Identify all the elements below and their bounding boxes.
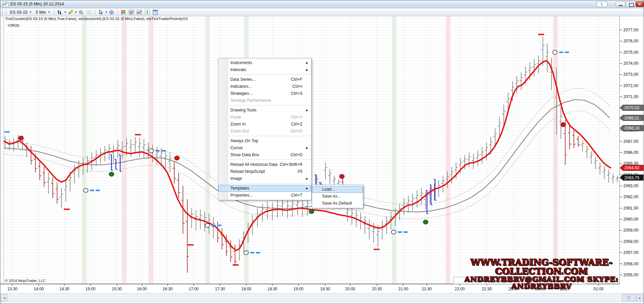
toolbar-grip[interactable] [2,10,4,15]
market-depth-icon[interactable] [120,9,127,16]
chevron-down-icon[interactable]: ▼ [74,11,77,14]
svg-text:$: $ [146,10,148,14]
menu-item-intervals[interactable]: Intervals▶ [218,66,311,73]
submenu-arrow-icon: ▶ [306,59,308,66]
menu-item-shortcut: Ctrl+F [291,76,302,83]
instrument-value: ES 03-15 [10,10,27,15]
menu-item-shortcut: Ctrl+Shift+R [280,161,302,168]
menu-item-shortcut: Ctrl+Z [291,121,302,128]
menu-separator [228,105,310,105]
menu-item-image[interactable]: Image▶ [218,175,311,182]
separator [54,9,54,15]
chevron-down-icon[interactable]: ▼ [64,11,67,14]
menu-item-cursor[interactable]: Cursor▶ [218,144,311,151]
menu-item-zoom-in[interactable]: Zoom InCtrl+Z [218,121,311,128]
submenu-item-load[interactable]: Load... [312,186,363,193]
svg-text:18:00: 18:00 [241,287,251,291]
svg-text:21:00: 21:00 [398,287,408,291]
svg-text:2058,00: 2058,00 [623,239,638,244]
close-button[interactable]: ✕ [636,1,644,7]
svg-text:2072,00: 2072,00 [623,83,638,88]
menu-item-data-series[interactable]: Data Series...Ctrl+F [218,76,311,83]
menu-item-label: Always On Top [230,138,258,143]
title-bar[interactable]: ES 03-15 (5 Min) 20.12.2014 L ✕ [0,0,644,8]
svg-text:2077,00: 2077,00 [623,28,638,32]
menu-item-label: Indicators... [230,84,252,89]
horizontal-scrollbar[interactable]: ◄► [0,293,644,302]
menu-item-shortcut: F5 [297,168,302,175]
scrollbar-thumb[interactable] [622,294,636,301]
menu-item-reload-all-historical-data[interactable]: Reload All Historical DataCtrl+Shift+R [218,161,311,168]
global-crosshair-icon[interactable] [108,9,115,16]
menu-item-label: Image [230,176,242,181]
menu-item-reload-ninjascript[interactable]: Reload NinjaScriptF5 [218,168,311,175]
separator [117,9,118,15]
svg-text:2059,00: 2059,00 [623,228,638,233]
separator [6,9,6,15]
minimize-button[interactable] [616,1,625,7]
templates-submenu: Load...Save As...Save As Default [312,185,363,208]
menu-item-shortcut: Ctrl+O [290,128,302,135]
interval-selector[interactable]: 5 Min ▼ [34,9,52,15]
chevron-down-icon[interactable]: ▼ [105,11,108,14]
menu-item-label: Show Data Box [230,153,259,157]
svg-text:2076,00: 2076,00 [623,39,638,43]
bar-type-icon[interactable] [56,9,64,16]
menu-item-label: Reload All Historical Data [230,162,277,167]
svg-text:2073,00: 2073,00 [623,72,638,77]
zoom-in-icon[interactable] [77,9,85,16]
menu-item-indicators[interactable]: Indicators...Ctrl+I [218,83,311,90]
submenu-arrow-icon: ▶ [306,66,308,73]
submenu-item-save-as-default[interactable]: Save As Default [312,200,363,207]
minimize-icon [619,5,623,6]
svg-text:2067,00: 2067,00 [623,139,638,144]
menu-item-label: Data Series... [230,77,256,82]
submenu-item-save-as[interactable]: Save As... [312,193,363,200]
toolbar: ES 03-15 ▼ 5 Min ▼ ▼ ▼ ▼ [0,8,644,16]
cursor-select-icon[interactable] [97,9,104,16]
menu-item-properties[interactable]: Properties...Ctrl+T [218,192,311,199]
svg-text:TickCounter(ES 03-15 (5 Min),T: TickCounter(ES 03-15 (5 Min),True,False)… [5,17,188,21]
menu-item-instruments[interactable]: Instruments▶ [218,59,311,66]
menu-item-label: Zoom In [230,122,246,126]
menu-separator [228,74,310,75]
link-button[interactable]: L [597,1,607,7]
svg-text:2075,00: 2075,00 [623,50,638,55]
instrument-selector[interactable]: ES 03-15 ▼ [8,9,34,15]
submenu-item-label: Save As Default [322,201,352,206]
svg-text:2070,02: 2070,02 [624,105,639,110]
menu-item-drawing-tools[interactable]: Drawing Tools▶ [218,107,311,114]
svg-text:2071,00: 2071,00 [623,94,638,99]
svg-text:2069,11: 2069,11 [624,116,639,120]
svg-text:◄: ◄ [3,296,6,300]
interval-value: 5 Min [36,10,46,15]
submenu-item-label: Save As... [322,194,341,199]
chart-type-icon[interactable] [128,9,135,16]
maximize-icon [629,3,634,7]
menu-item-strategies[interactable]: Strategies...Ctrl+S [218,90,311,97]
menu-item-paste: PasteCtrl+V [218,114,311,121]
svg-text:16:30: 16:30 [163,287,173,291]
svg-text:20:30: 20:30 [372,287,382,291]
svg-text:19:30: 19:30 [320,287,330,291]
menu-item-label: Properties... [230,193,253,198]
menu-item-always-on-top[interactable]: Always On Top [218,137,311,144]
mini-chart-icon[interactable] [136,9,143,16]
maximize-button[interactable] [626,1,636,7]
copyright-text: © 2014 NinjaTrader, LLC [5,279,45,283]
menu-item-show-data-box[interactable]: Show Data BoxCtrl+D [218,151,311,159]
svg-text:2057,00: 2057,00 [623,250,638,255]
menu-item-label: Zoom Out [230,129,249,133]
data-grid-icon[interactable] [152,9,159,16]
svg-text:2060,00: 2060,00 [623,217,638,222]
account-dollar-icon[interactable]: $ [144,9,151,16]
submenu-arrow-icon: ▶ [306,107,308,114]
submenu-item-label: Load... [322,187,335,192]
menu-item-templates[interactable]: Templates▶ [218,185,311,192]
menu-separator [228,183,310,184]
svg-text:14:00: 14:00 [34,287,44,291]
window-chart-icon [3,2,9,7]
svg-text:2064,62: 2064,62 [624,166,639,170]
pencil-draw-icon[interactable] [67,9,74,16]
menu-item-label: Drawing Tools [230,108,256,112]
